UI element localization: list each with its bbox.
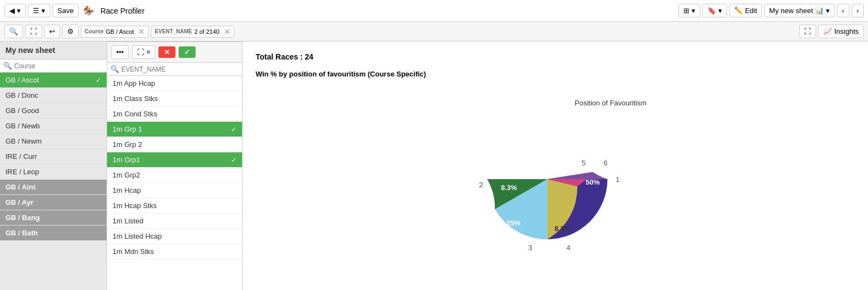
- dropdown-item-1m-grp1-b[interactable]: 1m Grp1 ✓: [107, 152, 242, 168]
- course-filter-close[interactable]: ✕: [138, 27, 145, 36]
- pie-chart: Position of Favouritism 50% 25% 8.3% 8.3: [463, 89, 648, 253]
- chart-title: Win % by position of favouritism (Course…: [256, 70, 855, 78]
- label-2: 8.3%: [501, 184, 517, 192]
- ellipsis-icon: •••: [116, 48, 124, 56]
- fullscreen-icon: ⛶: [804, 27, 811, 35]
- pie-chart-container: Position of Favouritism 50% 25% 8.3% 8.3: [256, 89, 855, 253]
- settings-icon: ⚙: [67, 27, 74, 35]
- chevron-right-icon: ›: [857, 7, 859, 15]
- undo-btn[interactable]: ↩: [44, 25, 60, 38]
- sidebar-item-gb-bath: GB / Bath: [0, 226, 107, 241]
- dropdown-item-1m-grp1-a[interactable]: 1m Grp 1 ✓: [107, 122, 242, 137]
- save-button[interactable]: Save: [52, 4, 79, 17]
- expand-btn[interactable]: ⛶: [25, 25, 42, 38]
- dropdown-item-1m-app-hcap[interactable]: 1m App Hcap: [107, 76, 242, 91]
- dropdown-item-1m-class-stks[interactable]: 1m Class Stks: [107, 91, 242, 106]
- undo-icon: ↩: [49, 27, 55, 35]
- event-filter-pill[interactable]: EVENT_NAME 2 of 2140 ✕: [151, 26, 234, 38]
- search-icon: 🔍: [110, 65, 119, 73]
- capture-btn[interactable]: ⛶ ⚙: [132, 45, 155, 59]
- event-search-input[interactable]: [121, 66, 239, 73]
- app-icon: 🏇: [83, 5, 94, 16]
- sidebar-item-gb-newm[interactable]: GB / Newm: [0, 134, 107, 149]
- insights-chart-icon: 📈: [823, 27, 832, 35]
- save-label: Save: [57, 7, 74, 15]
- dropdown-item-1m-listed-hcap[interactable]: 1m Listed Hcap: [107, 229, 242, 244]
- course-filter-pill[interactable]: Course GB / Ascot ✕: [81, 26, 149, 38]
- label-3: 25%: [506, 219, 521, 227]
- bookmark-icon: 🔖: [707, 7, 716, 15]
- zoom-btn[interactable]: 🔍: [4, 25, 23, 38]
- list-icon: ☰: [33, 7, 39, 15]
- search-icon: 🔍: [3, 62, 12, 70]
- more-options-btn[interactable]: •••: [111, 45, 129, 59]
- sidebar-item-gb-ascot[interactable]: GB / Ascot ✓: [0, 73, 107, 88]
- dropdown-item-1m-cond-stks[interactable]: 1m Cond Stks: [107, 106, 242, 122]
- event-filter-value: 2 of 2140: [194, 28, 220, 35]
- sidebar-item-ire-leop[interactable]: IRE / Leop: [0, 164, 107, 180]
- pencil-icon: ✏️: [734, 7, 743, 15]
- chevron-left-icon: ‹: [842, 7, 844, 15]
- sidebar-list: GB / Ascot ✓ GB / Donc GB / Good GB / Ne…: [0, 73, 107, 290]
- course-filter-label: Course: [85, 28, 103, 34]
- cancel-button[interactable]: ✕: [158, 46, 175, 58]
- sheet-title-btn: My new sheet: [769, 7, 813, 15]
- chart-icon: 📊: [815, 7, 824, 15]
- camera-dot: ⚙: [146, 50, 150, 55]
- bookmark-btn[interactable]: 🔖 ▾: [702, 4, 727, 17]
- top-toolbar: ◀ ▾ ☰ ▾ Save 🏇 Race Profiler ⊞ ▾ 🔖 ▾ ✏️ …: [0, 0, 868, 22]
- sidebar-item-gb-good[interactable]: GB / Good: [0, 103, 107, 119]
- main-layout: My new sheet 🔍 GB / Ascot ✓ GB / Donc GB…: [0, 42, 868, 290]
- dropdown-list: 1m App Hcap 1m Class Stks 1m Cond Stks 1…: [107, 76, 242, 290]
- expand-icon: ⛶: [30, 27, 37, 35]
- settings-btn[interactable]: ⚙: [62, 25, 79, 38]
- course-filter-value: GB / Ascot: [105, 28, 134, 35]
- pos-label-6: 6: [604, 159, 607, 167]
- list-btn[interactable]: ☰ ▾: [28, 4, 50, 17]
- dropdown-item-1m-listed[interactable]: 1m Listed: [107, 214, 242, 229]
- dropdown-item-1m-hcap[interactable]: 1m Hcap: [107, 183, 242, 198]
- sheet-btn[interactable]: My new sheet 📊 ▾: [764, 4, 835, 17]
- app-title: Race Profiler: [101, 7, 145, 15]
- sidebar-search: 🔍: [0, 60, 107, 73]
- full-screen-btn[interactable]: ⛶: [799, 25, 816, 38]
- dropdown-item-1m-grp2-b[interactable]: 1m Grp2: [107, 168, 242, 183]
- label-1: 50%: [586, 178, 600, 186]
- confirm-button[interactable]: ✓: [179, 46, 196, 58]
- course-search-input[interactable]: [14, 62, 103, 70]
- legend-title: Position of Favouritism: [575, 99, 647, 107]
- event-filter-label: EVENT_NAME: [155, 28, 192, 34]
- dropdown-arrow: ▾: [826, 7, 830, 15]
- edit-label: Edit: [745, 7, 757, 15]
- next-sheet-btn[interactable]: ›: [852, 4, 864, 17]
- sidebar-item-ire-curr[interactable]: IRE / Curr: [0, 149, 107, 164]
- pos-label-4: 4: [566, 244, 570, 252]
- dropdown-arrow: ▾: [17, 7, 21, 15]
- dropdown-item-1m-hcap-stks[interactable]: 1m Hcap Stks: [107, 198, 242, 214]
- prev-sheet-btn[interactable]: ‹: [837, 4, 849, 17]
- dropdown-arrow: ▾: [692, 7, 695, 15]
- camera-icon: ⛶: [137, 48, 144, 56]
- second-toolbar: 🔍 ⛶ ↩ ⚙ Course GB / Ascot ✕ EVENT_NAME 2…: [0, 22, 868, 42]
- edit-btn[interactable]: ✏️ Edit: [729, 4, 762, 17]
- dropdown-item-1m-grp2-a[interactable]: 1m Grp 2: [107, 137, 242, 152]
- pos-label-3: 3: [528, 244, 532, 252]
- insights-button[interactable]: 📈 Insights: [818, 25, 864, 38]
- sidebar-item-gb-donc[interactable]: GB / Donc: [0, 88, 107, 103]
- sidebar-item-gb-bang: GB / Bang: [0, 210, 107, 226]
- dropdown-arrow: ▾: [718, 7, 722, 15]
- dropdown-item-1m-mdn-stks[interactable]: 1m Mdn Stks: [107, 244, 242, 259]
- dropdown-toolbar: ••• ⛶ ⚙ ✕ ✓: [107, 42, 242, 63]
- view-btn[interactable]: ⊞ ▾: [678, 4, 700, 17]
- arrow-icon: ◀: [9, 7, 15, 15]
- back-nav-btn[interactable]: ◀ ▾: [4, 4, 26, 17]
- sidebar-item-gb-aint: GB / Aint: [0, 180, 107, 195]
- pos-label-5: 5: [582, 159, 586, 167]
- sidebar-item-gb-newb[interactable]: GB / Newb: [0, 119, 107, 134]
- event-filter-close[interactable]: ✕: [224, 27, 231, 36]
- dropdown-arrow: ▾: [42, 7, 45, 15]
- toolbar-right: ⛶ 📈 Insights: [799, 25, 864, 38]
- check-icon: ✓: [231, 156, 237, 164]
- pos-label-1: 1: [616, 175, 619, 184]
- sidebar-sheet-title: My new sheet: [0, 42, 107, 60]
